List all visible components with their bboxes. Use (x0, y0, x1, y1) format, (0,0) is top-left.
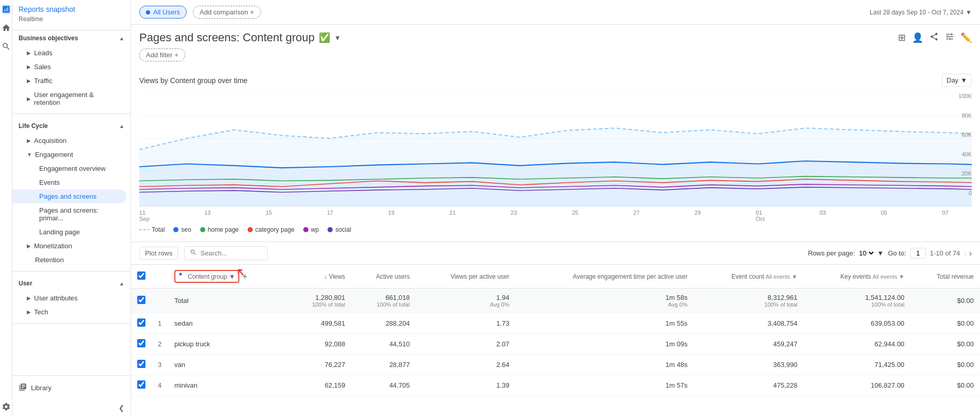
business-objectives-header[interactable]: Business objectives ▲ (12, 30, 130, 46)
row2-checkbox[interactable] (137, 339, 145, 347)
legend-total-icon (139, 227, 150, 232)
svg-rect-14 (179, 273, 182, 276)
chart-area: 0 20K 40K 60K 80K 100K (139, 93, 972, 206)
legend-homepage: home page (200, 226, 239, 233)
date-range-selector[interactable]: Last 28 days Sep 10 - Oct 7, 2024 ▼ (870, 9, 972, 16)
sidebar-item-engagement[interactable]: ▼ Engagement (12, 148, 126, 162)
event-count-col-header[interactable]: Event count All events ▼ (694, 265, 804, 289)
total-checkbox[interactable] (137, 296, 145, 304)
view-toggle-icon[interactable]: ⊞ (898, 32, 906, 43)
add-filter-button[interactable]: Add filter + (139, 49, 185, 61)
row4-event-count: 475,228 (694, 375, 804, 396)
views-col-header[interactable]: ↓ Views (288, 265, 352, 289)
chevron-up-icon3: ▲ (119, 281, 124, 286)
total-revenue-col-header[interactable]: Total revenue (910, 265, 980, 289)
page-navigation: ‹ › (964, 249, 972, 258)
lifecycle-header[interactable]: Life Cycle ▲ (12, 118, 130, 134)
goto-input[interactable] (910, 248, 926, 259)
avg-engagement-col-header[interactable]: Average engagement time per active user (516, 265, 694, 289)
legend-social-icon (327, 227, 333, 233)
rows-per-page-select[interactable]: 10 25 50 (857, 249, 875, 258)
sidebar-item-retention[interactable]: Retention (12, 253, 126, 267)
customize-icon[interactable] (945, 32, 954, 44)
row1-event-count: 3,408,754 (694, 313, 804, 334)
legend-homepage-icon (200, 227, 206, 233)
total-label: Total (168, 289, 288, 313)
segment-dot (146, 10, 150, 14)
key-events-col-header[interactable]: Key events All events ▼ (804, 265, 910, 289)
key-events-header[interactable]: Key events All events ▼ (810, 273, 904, 280)
row4-views-per-user: 1.39 (416, 375, 515, 396)
sidebar-item-traffic[interactable]: ▶ Traffic (12, 74, 126, 88)
edit-icon[interactable]: ✏️ (960, 32, 972, 43)
user-section-label: User (19, 280, 32, 287)
svg-point-9 (173, 227, 178, 232)
svg-point-11 (248, 227, 253, 232)
row1-checkbox[interactable] (137, 318, 145, 327)
sidebar-item-engagement-retention[interactable]: ▶ User engagement & retention (12, 88, 126, 109)
search-icon2 (190, 249, 197, 258)
total-views: 1,280,801 100% of total (288, 289, 352, 313)
chevron-right-icon4: ▶ (27, 96, 31, 102)
share-icon[interactable] (929, 32, 939, 44)
table-row: 3 van 76,227 28,877 2.64 1m 48s 363,990 … (131, 355, 980, 375)
sidebar: Reports snapshot Realtime Business objec… (12, 0, 131, 416)
row4-key-events: 106,827.00 (804, 375, 910, 396)
all-users-segment[interactable]: All Users (139, 6, 187, 19)
row3-views: 76,227 (288, 355, 352, 375)
sidebar-item-monetization[interactable]: ▶ Monetization (12, 239, 126, 253)
total-revenue-header[interactable]: Total revenue (917, 273, 974, 280)
analytics-icon[interactable] (1, 4, 11, 14)
prev-page-button[interactable]: ‹ (964, 249, 967, 258)
plus-icon2: + (174, 51, 178, 59)
sidebar-item-pages-screens[interactable]: Pages and screens (12, 189, 126, 203)
sidebar-item-engagement-overview[interactable]: Engagement overview (12, 162, 126, 175)
active-users-col-header[interactable]: Active users (351, 265, 416, 289)
search-icon[interactable] (1, 41, 11, 52)
business-objectives-label: Business objectives (19, 35, 78, 42)
avg-engagement-header[interactable]: Average engagement time per active user (522, 273, 688, 280)
plot-rows-button[interactable]: Plot rows (139, 247, 178, 260)
realtime-link[interactable]: Realtime (19, 13, 124, 25)
verified-icon: ✅ (319, 32, 330, 43)
active-users-header[interactable]: Active users (357, 273, 410, 280)
sidebar-item-events[interactable]: Events (12, 175, 126, 189)
row2-event-count: 459,247 (694, 334, 804, 355)
row4-checkbox[interactable] (137, 380, 145, 389)
sidebar-item-user-attributes[interactable]: ▶ User attributes (12, 291, 126, 305)
library-link[interactable]: Library (19, 380, 124, 396)
select-all-checkbox[interactable] (137, 271, 145, 280)
period-selector[interactable]: Day ▼ (942, 74, 972, 87)
dropdown-arrow-icon[interactable]: ▼ (334, 34, 341, 42)
total-event-count: 8,312,961 100% of total (694, 289, 804, 313)
row2-label: pickup truck (168, 334, 288, 355)
views-header[interactable]: ↓ Views (294, 273, 346, 280)
sidebar-item-landing-page[interactable]: Landing page (12, 225, 126, 239)
views-per-user-col-header[interactable]: Views per active user (416, 265, 515, 289)
sidebar-item-sales[interactable]: ▶ Sales (12, 60, 126, 74)
collapse-sidebar-button[interactable]: ❮ (12, 400, 130, 416)
compare-icon[interactable]: 👤 (912, 32, 923, 43)
sidebar-item-tech[interactable]: ▶ Tech (12, 305, 126, 319)
search-input[interactable] (200, 249, 262, 257)
event-count-header[interactable]: Event count All events ▼ (700, 273, 797, 280)
row3-checkbox[interactable] (137, 360, 145, 368)
row4-total-revenue: $0.00 (910, 375, 980, 396)
user-header[interactable]: User ▲ (12, 276, 130, 291)
total-views-per-user: 1.94 Avg 0% (416, 289, 515, 313)
chevron-right-icon5: ▶ (27, 138, 31, 143)
settings-icon[interactable] (1, 402, 11, 412)
home-icon[interactable] (1, 23, 11, 33)
sidebar-item-leads[interactable]: ▶ Leads (12, 46, 126, 60)
content-group-col-header: Content group ▼ + ➜ (168, 265, 288, 289)
sidebar-item-acquisition[interactable]: ▶ Acquisition (12, 134, 126, 148)
content-group-dropdown[interactable]: Content group ▼ (174, 270, 239, 283)
next-page-button[interactable]: › (969, 249, 972, 258)
add-comparison-button[interactable]: Add comparison + (193, 6, 261, 19)
total-row: Total 1,280,801 100% of total 661,018 10… (131, 289, 980, 313)
views-per-user-header[interactable]: Views per active user (422, 273, 509, 280)
table-row: 4 minivan 62,159 44,705 1.39 1m 57s 475,… (131, 375, 980, 396)
sidebar-header: Reports snapshot Realtime (12, 0, 130, 30)
reports-snapshot-link[interactable]: Reports snapshot (19, 5, 124, 13)
sidebar-item-pages-screens-primary[interactable]: Pages and screens: primar... (12, 203, 126, 225)
